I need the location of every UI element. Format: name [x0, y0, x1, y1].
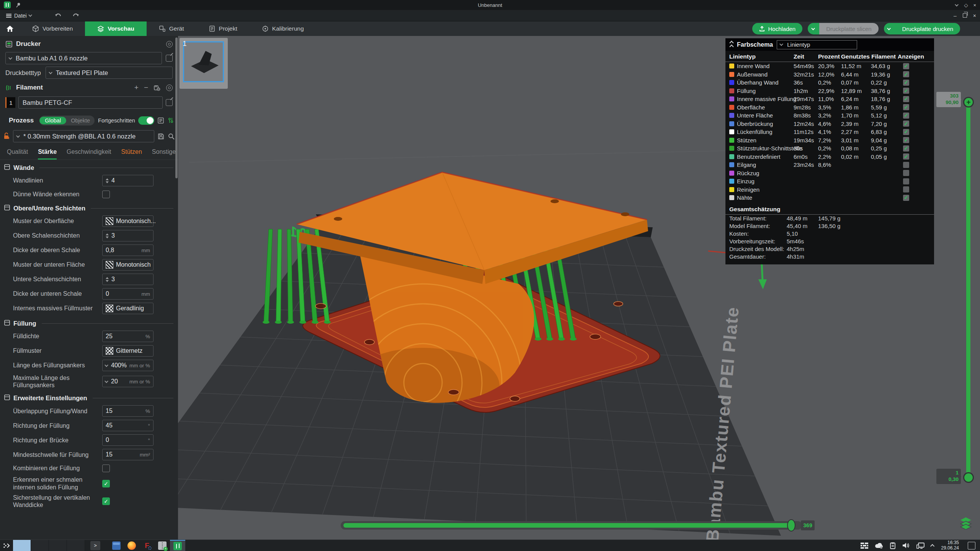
tab-geraet[interactable]: Gerät: [147, 21, 196, 36]
show-checkbox[interactable]: ✓: [903, 153, 909, 160]
tab-vorschau[interactable]: Vorschau: [85, 21, 147, 36]
cloud-tray-icon[interactable]: [875, 543, 883, 549]
layer-slider-bottom-handle[interactable]: [963, 472, 974, 483]
show-checkbox[interactable]: ✓: [903, 88, 909, 94]
taskbar-app-freecad[interactable]: F: [139, 540, 155, 551]
lock-icon[interactable]: [3, 132, 10, 140]
advanced-toggle[interactable]: [138, 116, 154, 125]
show-checkbox[interactable]: ✓: [903, 137, 909, 143]
workspace-2[interactable]: [31, 540, 49, 551]
show-checkbox[interactable]: ✓: [903, 195, 909, 201]
unit-field[interactable]: 25%: [102, 331, 154, 342]
bed-type-select[interactable]: Textured PEI Plate: [46, 67, 173, 79]
taskbar-app-archive-manager[interactable]: [155, 540, 170, 551]
printer-edit-icon[interactable]: [166, 55, 173, 62]
clock[interactable]: 16:35 29.06.24: [941, 540, 959, 551]
process-scope-toggle[interactable]: Global Objekte: [39, 116, 95, 126]
checkbox[interactable]: ✓: [102, 480, 110, 487]
checkbox[interactable]: [102, 465, 110, 472]
show-checkbox[interactable]: ✓: [903, 129, 909, 135]
unit-field[interactable]: 0mm: [102, 288, 154, 300]
workspace-1[interactable]: [13, 540, 31, 551]
unit-field[interactable]: 15%: [102, 405, 154, 417]
dropunit-field[interactable]: 20mm or %: [102, 376, 154, 387]
print-plate-button[interactable]: Druckplatte drucken: [895, 23, 960, 34]
window-shade-icon[interactable]: [955, 3, 959, 7]
checkbox[interactable]: [102, 191, 110, 198]
window-close-icon[interactable]: ×: [973, 2, 976, 8]
ams-sync-icon[interactable]: [154, 85, 161, 91]
tune-icon[interactable]: [167, 117, 174, 124]
checkbox[interactable]: ✓: [102, 497, 110, 505]
volume-tray-icon[interactable]: [902, 542, 910, 549]
panel-toggle-button[interactable]: >: [90, 541, 100, 550]
add-filament-button[interactable]: +: [134, 83, 139, 92]
pattern-field[interactable]: Gitternetz: [102, 345, 154, 357]
tab-staerke[interactable]: Stärke: [38, 148, 57, 160]
unit-field[interactable]: 0,8mm: [102, 245, 154, 256]
collapse-panel-icon[interactable]: [730, 41, 733, 48]
workspace-3[interactable]: [49, 540, 67, 551]
show-checkbox[interactable]: ✓: [903, 170, 909, 176]
window-maximize-icon[interactable]: ◇: [964, 2, 968, 8]
unit-field[interactable]: 0°: [102, 434, 154, 446]
home-button[interactable]: [0, 21, 20, 36]
tray-expand-icon[interactable]: [930, 544, 934, 548]
pattern-field[interactable]: Geradlinig: [102, 303, 154, 314]
redo-button[interactable]: [72, 12, 80, 19]
spinner-arrows[interactable]: [106, 177, 109, 185]
filament-select[interactable]: Bambu PETG-CF: [18, 96, 163, 109]
spin-field[interactable]: 3: [102, 230, 154, 241]
move-slider-handle[interactable]: [787, 519, 795, 531]
filament-settings-gear-icon[interactable]: [166, 85, 173, 91]
unit-field[interactable]: 15mm²: [102, 449, 154, 460]
show-checkbox[interactable]: ✓: [903, 63, 909, 69]
save-preset-icon[interactable]: [157, 133, 165, 140]
pattern-field[interactable]: Monotonisch: [102, 259, 154, 271]
show-checkbox[interactable]: ✓: [903, 178, 909, 184]
workspace-4[interactable]: [67, 540, 85, 551]
close-icon[interactable]: ×: [973, 13, 976, 19]
show-checkbox[interactable]: ✓: [903, 162, 909, 168]
tab-kalibrierung[interactable]: Kalibrierung: [250, 21, 316, 36]
viewport-3d[interactable]: 01 Bambu Textured PEI Plate: [178, 36, 980, 540]
show-checkbox[interactable]: ✓: [903, 145, 909, 152]
upload-button[interactable]: Hochladen: [752, 23, 802, 34]
dropunit-field[interactable]: 400%mm or %: [102, 360, 154, 371]
layer-slider-track[interactable]: [966, 102, 970, 478]
app-menu-button[interactable]: [0, 543, 13, 549]
spin-field[interactable]: 3: [102, 274, 154, 285]
process-preset-select[interactable]: * 0.30mm Strength @BBL A1 0.6 nozzle: [13, 130, 154, 142]
move-slider-track[interactable]: [341, 521, 802, 530]
tab-qualitaet[interactable]: Qualität: [7, 148, 28, 160]
layers-icon[interactable]: [960, 517, 972, 530]
show-checkbox[interactable]: ✓: [903, 186, 909, 192]
scope-objects[interactable]: Objekte: [66, 117, 95, 124]
minimize-icon[interactable]: –: [954, 13, 957, 19]
file-menu[interactable]: Datei: [4, 12, 34, 20]
show-checkbox[interactable]: ✓: [903, 71, 909, 77]
taskbar-app-firefox[interactable]: [124, 540, 139, 551]
sidebar-scrollbar[interactable]: [175, 37, 178, 178]
slice-plate-button[interactable]: Druckplatte slicen: [819, 23, 878, 34]
printer-preset-select[interactable]: Bambu Lab A1 0.6 nozzle: [5, 52, 162, 64]
print-dropdown-button[interactable]: [884, 23, 895, 34]
tab-stuetzen[interactable]: Stützen: [121, 148, 142, 160]
slice-dropdown-button[interactable]: [808, 23, 819, 34]
network-tray-icon[interactable]: [916, 542, 925, 549]
show-checkbox[interactable]: ✓: [903, 104, 909, 110]
undo-button[interactable]: [54, 12, 62, 19]
layer-slider-top-handle[interactable]: +: [963, 97, 974, 108]
tab-projekt[interactable]: Projekt: [196, 21, 250, 36]
show-checkbox[interactable]: ✓: [903, 112, 909, 119]
filament-edit-icon[interactable]: [166, 99, 173, 106]
view-mode-select[interactable]: Linientyp: [777, 40, 857, 49]
unit-field[interactable]: 45°: [102, 420, 154, 431]
spin-field[interactable]: 4: [102, 175, 154, 186]
spinner-arrows[interactable]: [106, 232, 109, 240]
search-icon[interactable]: [168, 133, 175, 140]
clipboard-tray-icon[interactable]: [890, 542, 896, 549]
taskbar-app-file-manager[interactable]: [109, 540, 124, 551]
workspace-pager[interactable]: [13, 540, 85, 551]
show-checkbox[interactable]: ✓: [903, 121, 909, 127]
